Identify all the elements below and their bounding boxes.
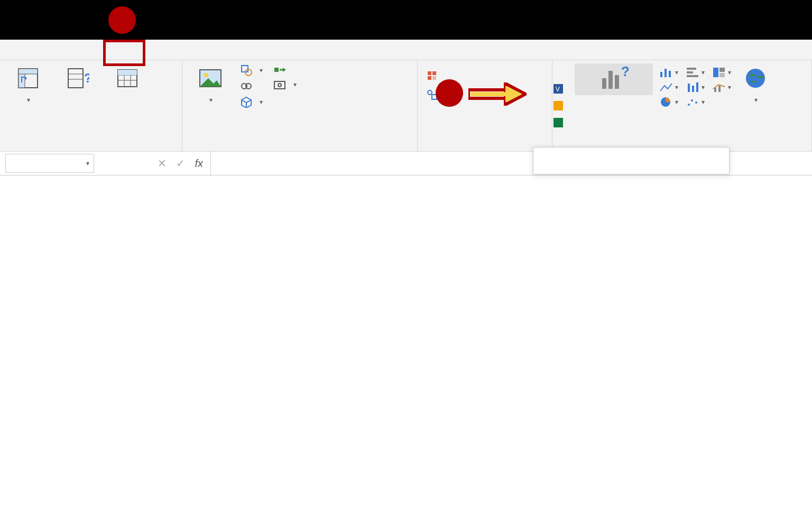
treemap-button[interactable]: ▾ (712, 67, 731, 78)
addin-shortcuts: V (552, 60, 568, 151)
svg-rect-32 (602, 78, 606, 89)
pictures-button[interactable]: ▾ (189, 63, 232, 106)
group-illustrations: ▾ ▾ ▾ (182, 60, 418, 151)
chevron-down-icon: ▾ (86, 160, 89, 167)
svg-rect-47 (696, 82, 698, 92)
svg-rect-30 (553, 101, 563, 110)
shapes-icon (241, 64, 252, 76)
shapes-button[interactable]: ▾ (238, 63, 265, 77)
scatter-chart-button[interactable]: ▾ (686, 96, 705, 108)
visio-icon[interactable]: V (552, 83, 564, 95)
svg-rect-42 (713, 68, 718, 77)
svg-rect-31 (553, 118, 563, 127)
formula-controls: ✕ ✓ fx (97, 152, 211, 175)
cube-icon (241, 96, 252, 108)
chart-type-grid: ▾ ▾ ▾ ▾ ▾ ▾ ▾ ▾ (659, 63, 731, 108)
svg-rect-56 (470, 92, 505, 96)
confirm-icon[interactable]: ✓ (176, 157, 185, 170)
maps-button[interactable]: ▾ (737, 63, 773, 106)
svg-rect-23 (432, 71, 436, 75)
recommended-charts-icon: ? (599, 64, 629, 92)
chevron-down-icon: ▾ (260, 98, 263, 106)
svg-point-26 (428, 90, 432, 95)
bing-icon[interactable] (552, 100, 564, 112)
chevron-down-icon: ▾ (209, 96, 213, 104)
line-chart-button[interactable]: ▾ (659, 81, 678, 93)
svg-rect-2 (19, 69, 38, 74)
svg-point-52 (691, 99, 693, 101)
svg-rect-36 (660, 72, 662, 77)
globe-icon (744, 64, 767, 92)
svg-rect-38 (669, 71, 671, 77)
pivot-table-button[interactable]: ▾ (6, 63, 50, 106)
pivot-table-icon (16, 64, 40, 92)
recommended-pivot-icon: ? (66, 64, 89, 92)
svg-rect-37 (665, 69, 667, 77)
callout-box-2 (103, 40, 145, 66)
svg-point-51 (688, 104, 690, 106)
svg-rect-46 (692, 86, 694, 92)
svg-rect-39 (687, 68, 696, 70)
screenshot-button[interactable]: ▾ (271, 78, 299, 91)
pie-chart-button[interactable]: ▾ (659, 96, 678, 108)
table-button[interactable] (106, 63, 149, 95)
svg-text:V: V (556, 86, 560, 93)
svg-rect-22 (428, 71, 431, 75)
bar-chart-button[interactable]: ▾ (686, 67, 705, 78)
svg-rect-24 (428, 76, 431, 80)
table-icon (116, 64, 139, 92)
3d-models-button[interactable]: ▾ (238, 95, 265, 109)
recommended-pivot-button[interactable]: ? (56, 63, 99, 95)
people-icon[interactable] (552, 117, 564, 128)
combo-chart-button[interactable]: ▾ (712, 81, 731, 93)
get-addins-button[interactable] (424, 69, 443, 82)
icons-icon (241, 80, 252, 92)
svg-text:?: ? (621, 66, 629, 79)
fx-icon[interactable]: fx (195, 158, 203, 170)
chevron-down-icon: ▾ (27, 96, 30, 104)
svg-point-54 (746, 69, 765, 88)
svg-point-53 (695, 101, 697, 104)
group-charts: ? ▾ ▾ ▾ ▾ ▾ ▾ ▾ ▾ (568, 60, 812, 151)
screenshot-icon (273, 79, 286, 90)
store-icon (426, 70, 438, 81)
svg-rect-40 (687, 71, 693, 73)
svg-text:?: ? (84, 71, 89, 85)
svg-rect-49 (718, 86, 721, 92)
svg-rect-3 (68, 69, 83, 88)
svg-rect-41 (687, 75, 698, 77)
ribbon: ▾ ? (0, 60, 812, 152)
svg-rect-43 (719, 68, 725, 72)
svg-rect-25 (432, 76, 436, 80)
stat-chart-button[interactable]: ▾ (686, 81, 705, 93)
name-box[interactable]: ▾ (5, 154, 94, 173)
svg-rect-19 (274, 68, 279, 72)
icons-button[interactable] (238, 79, 265, 93)
group-tables-label (6, 148, 176, 150)
svg-rect-20 (274, 81, 285, 89)
recommended-charts-button[interactable]: ? (575, 63, 653, 95)
svg-rect-45 (688, 84, 690, 92)
svg-rect-34 (615, 75, 619, 89)
arrow-icon (468, 82, 527, 106)
callout-3 (436, 79, 463, 107)
group-addins-label (424, 148, 546, 150)
recommended-charts-tooltip (533, 147, 730, 174)
smartart-button[interactable] (271, 63, 299, 76)
callout-2 (108, 6, 136, 34)
group-tables: ▾ ? (0, 60, 182, 151)
group-illustrations-label (189, 148, 411, 150)
cancel-icon[interactable]: ✕ (158, 157, 167, 170)
chevron-down-icon: ▾ (293, 81, 297, 88)
column-chart-button[interactable]: ▾ (659, 67, 678, 78)
smartart-icon (273, 64, 286, 75)
svg-point-14 (204, 73, 208, 77)
svg-rect-12 (118, 70, 137, 75)
svg-point-21 (278, 84, 281, 87)
chevron-down-icon: ▾ (260, 67, 263, 74)
group-addins: ▾ (418, 60, 552, 151)
svg-rect-44 (719, 73, 725, 77)
pictures-icon (198, 64, 223, 92)
svg-rect-15 (242, 66, 248, 72)
svg-rect-33 (608, 71, 613, 89)
